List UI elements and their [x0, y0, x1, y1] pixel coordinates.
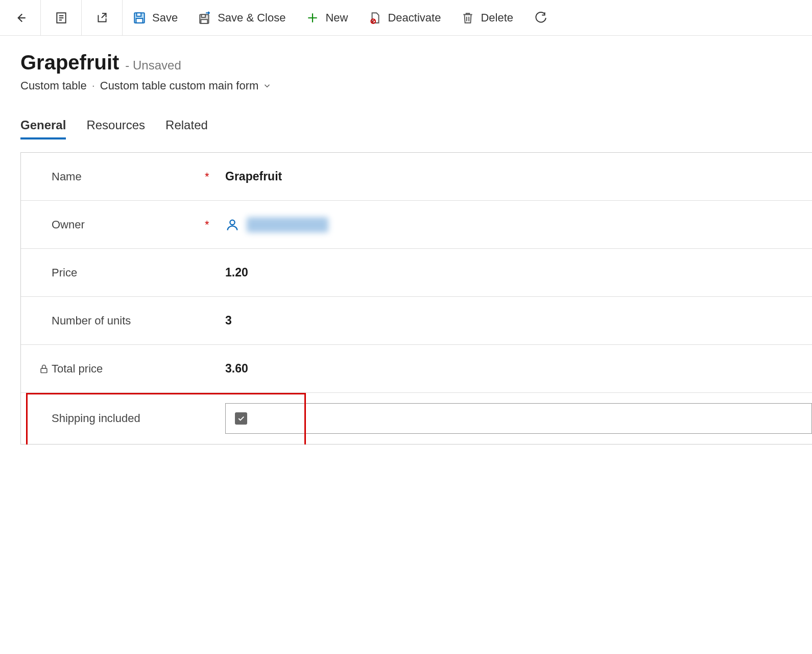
tab-general[interactable]: General [20, 118, 66, 139]
field-label-total: Total price [52, 362, 205, 376]
field-value-price[interactable]: 1.20 [225, 266, 812, 279]
field-label-shipping: Shipping included [52, 412, 205, 425]
record-status: - Unsaved [125, 58, 181, 73]
save-close-label: Save & Close [218, 11, 285, 25]
save-icon [133, 11, 146, 25]
popout-icon [95, 11, 109, 25]
plus-icon [306, 11, 319, 25]
field-label-owner: Owner [52, 218, 205, 231]
person-icon [225, 218, 240, 232]
svg-rect-3 [136, 18, 143, 23]
delete-button[interactable]: Delete [451, 0, 523, 36]
delete-label: Delete [481, 11, 513, 25]
refresh-button[interactable] [523, 0, 557, 36]
lock-icon [39, 364, 49, 374]
chevron-down-icon [262, 81, 272, 90]
field-value-name[interactable]: Grapefruit [225, 170, 812, 183]
new-button[interactable]: New [296, 0, 358, 36]
save-button[interactable]: Save [123, 0, 188, 36]
form-name: Custom table custom main form [100, 79, 259, 92]
record-title: Grapefruit [20, 51, 119, 74]
form-tabs: General Resources Related [0, 98, 812, 139]
tab-resources[interactable]: Resources [86, 118, 145, 139]
popout-button[interactable] [82, 0, 123, 36]
field-units[interactable]: Number of units 3 [21, 297, 812, 345]
back-button[interactable] [0, 0, 41, 36]
entity-name: Custom table [20, 79, 87, 92]
field-value-owner[interactable] [225, 217, 812, 232]
shipping-checkbox[interactable] [235, 412, 247, 425]
save-label: Save [152, 11, 178, 25]
deactivate-label: Deactivate [388, 11, 441, 25]
svg-point-8 [230, 220, 234, 224]
field-shipping-included[interactable]: Shipping included [21, 393, 812, 444]
form-selector[interactable]: Custom table custom main form [100, 79, 272, 92]
record-header: Grapefruit - Unsaved Custom table · Cust… [0, 36, 812, 98]
tab-related[interactable]: Related [165, 118, 208, 139]
svg-rect-2 [137, 13, 141, 16]
field-price[interactable]: Price 1.20 [21, 249, 812, 297]
form-panel: Name * Grapefruit Owner * Price 1.20 Num… [20, 152, 812, 445]
owner-value-redacted [247, 217, 328, 232]
save-close-icon [198, 11, 211, 25]
trash-icon [461, 11, 474, 25]
svg-rect-9 [41, 368, 47, 372]
separator-dot: · [92, 79, 95, 92]
command-bar: Save Save & Close New Deactivate Delete [0, 0, 812, 36]
field-label-price: Price [52, 266, 205, 279]
field-name[interactable]: Name * Grapefruit [21, 153, 812, 201]
deactivate-icon [368, 11, 381, 25]
field-owner[interactable]: Owner * [21, 201, 812, 249]
save-close-button[interactable]: Save & Close [188, 0, 296, 36]
list-view-button[interactable] [41, 0, 82, 36]
field-label-name: Name [52, 170, 205, 183]
new-label: New [325, 11, 348, 25]
field-value-units[interactable]: 3 [225, 314, 812, 328]
list-icon [55, 11, 68, 25]
svg-rect-5 [202, 14, 206, 17]
field-total-price: Total price 3.60 [21, 345, 812, 393]
deactivate-button[interactable]: Deactivate [358, 0, 451, 36]
check-icon [237, 414, 245, 423]
refresh-icon [534, 11, 547, 25]
required-marker: * [205, 170, 225, 183]
svg-rect-6 [201, 19, 208, 24]
field-label-units: Number of units [52, 314, 205, 328]
back-arrow-icon [14, 11, 27, 25]
shipping-checkbox-container[interactable] [225, 403, 812, 434]
field-value-total: 3.60 [225, 362, 812, 376]
required-marker: * [205, 218, 225, 231]
